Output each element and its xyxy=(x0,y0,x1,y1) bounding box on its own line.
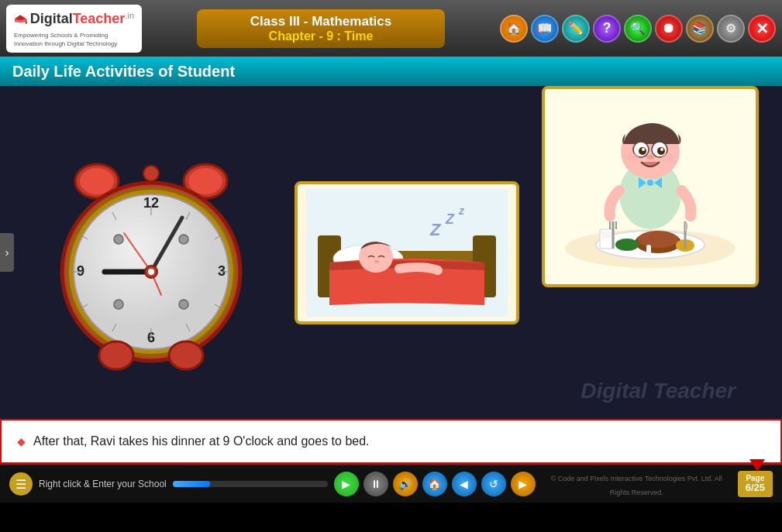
refresh-button[interactable]: ↺ xyxy=(481,472,506,496)
help-toolbar-btn[interactable]: ? xyxy=(593,15,621,43)
svg-text:z: z xyxy=(458,204,464,217)
toolbar: 🏠 📖 ✏️ ? 🔍 ⏺ 📚 ⚙ ✕ xyxy=(500,15,776,43)
library-toolbar-btn[interactable]: 📚 xyxy=(686,15,714,43)
logo-area: DigitalTeacher.in Empowering Schools & P… xyxy=(6,5,142,53)
svg-point-68 xyxy=(647,180,653,186)
svg-point-38 xyxy=(99,342,133,369)
progress-fill xyxy=(173,481,210,487)
close-toolbar-btn[interactable]: ✕ xyxy=(748,15,776,43)
diamond-icon: ◆ xyxy=(17,435,26,448)
sound-button[interactable]: 🔊 xyxy=(393,472,418,496)
svg-text:Z: Z xyxy=(429,220,442,239)
book-toolbar-btn[interactable]: 📖 xyxy=(531,15,559,43)
section-bar: Daily Life Activities of Student xyxy=(0,57,782,86)
svg-point-78 xyxy=(646,155,654,160)
dinner-illustration-wrapper xyxy=(526,117,759,287)
svg-text:3: 3 xyxy=(218,263,226,279)
clock-svg: 12 3 6 9 xyxy=(47,129,256,376)
title-area: Class III - Mathematics Chapter - 9 : Ti… xyxy=(148,9,494,48)
svg-point-3 xyxy=(26,22,27,23)
title-line2: Chapter - 9 : Time xyxy=(212,29,429,43)
svg-point-39 xyxy=(169,342,203,369)
playback-controls: ▶ ⏸ 🔊 🏠 ◀ ↺ ▶ xyxy=(334,472,536,496)
previous-button[interactable]: ◀ xyxy=(452,472,477,496)
activity-text: After that, Ravi takes his dinner at 9 O… xyxy=(33,434,370,448)
home-button[interactable]: 🏠 xyxy=(422,472,447,496)
svg-rect-55 xyxy=(646,245,651,256)
svg-point-18 xyxy=(114,300,123,309)
top-header: DigitalTeacher.in Empowering Schools & P… xyxy=(0,0,782,57)
menu-button[interactable]: ☰ xyxy=(9,472,33,496)
watermark: Digital Teacher xyxy=(580,379,735,403)
copyright-area: © Code and Pixels Interactive Technologi… xyxy=(542,470,732,498)
svg-marker-79 xyxy=(749,459,765,472)
svg-text:Z: Z xyxy=(445,211,455,227)
logo-icon xyxy=(14,9,27,30)
edit-toolbar-btn[interactable]: ✏️ xyxy=(562,15,590,43)
illustrations-area: Z Z z xyxy=(295,181,519,324)
scroll-arrow-area xyxy=(746,458,769,476)
sleeping-scene-svg: Z Z z xyxy=(306,189,508,317)
svg-point-5 xyxy=(80,168,114,194)
svg-point-7 xyxy=(188,168,222,194)
play-button[interactable]: ▶ xyxy=(334,472,359,496)
svg-point-75 xyxy=(660,148,663,151)
title-line1: Class III - Mathematics xyxy=(212,14,429,29)
progress-bar xyxy=(173,481,328,487)
svg-point-77 xyxy=(662,153,674,161)
next-button[interactable]: ▶ xyxy=(511,472,536,496)
logo-subtitle: Empowering Schools & Promoting Innovatio… xyxy=(14,32,134,48)
svg-point-56 xyxy=(615,239,639,251)
school-text: Right click & Enter your School xyxy=(39,479,167,489)
search-toolbar-btn[interactable]: 🔍 xyxy=(624,15,652,43)
svg-point-16 xyxy=(114,235,123,244)
left-arrow[interactable]: › xyxy=(0,233,14,272)
home-toolbar-btn[interactable]: 🏠 xyxy=(500,15,528,43)
settings-toolbar-btn[interactable]: ⚙ xyxy=(717,15,745,43)
svg-point-37 xyxy=(148,269,154,275)
title-box: Class III - Mathematics Chapter - 9 : Ti… xyxy=(197,9,445,48)
dinner-scene-svg xyxy=(549,94,751,280)
svg-point-74 xyxy=(642,148,645,151)
svg-point-17 xyxy=(179,235,188,244)
dinner-illustration xyxy=(542,86,759,287)
svg-point-19 xyxy=(179,300,188,309)
copyright-text: © Code and Pixels Interactive Technologi… xyxy=(551,475,722,496)
text-bar: ◆ After that, Ravi takes his dinner at 9… xyxy=(0,419,782,464)
main-content: › 12 xyxy=(0,86,782,419)
svg-rect-58 xyxy=(601,231,612,239)
svg-point-46 xyxy=(374,260,379,263)
sleeping-illustration: Z Z z xyxy=(295,181,519,324)
section-title: Daily Life Activities of Student xyxy=(12,63,235,81)
svg-point-76 xyxy=(626,153,639,161)
bottom-controls-bar: ☰ Right click & Enter your School ▶ ⏸ 🔊 … xyxy=(0,464,782,503)
svg-text:9: 9 xyxy=(77,263,84,279)
svg-point-8 xyxy=(143,166,159,181)
scroll-down-arrow[interactable] xyxy=(746,458,769,473)
svg-point-54 xyxy=(638,231,678,248)
clock-container: 12 3 6 9 xyxy=(47,129,256,376)
pause-button[interactable]: ⏸ xyxy=(363,472,388,496)
record-toolbar-btn[interactable]: ⏺ xyxy=(655,15,683,43)
logo-text: DigitalTeacher.in xyxy=(30,11,134,27)
